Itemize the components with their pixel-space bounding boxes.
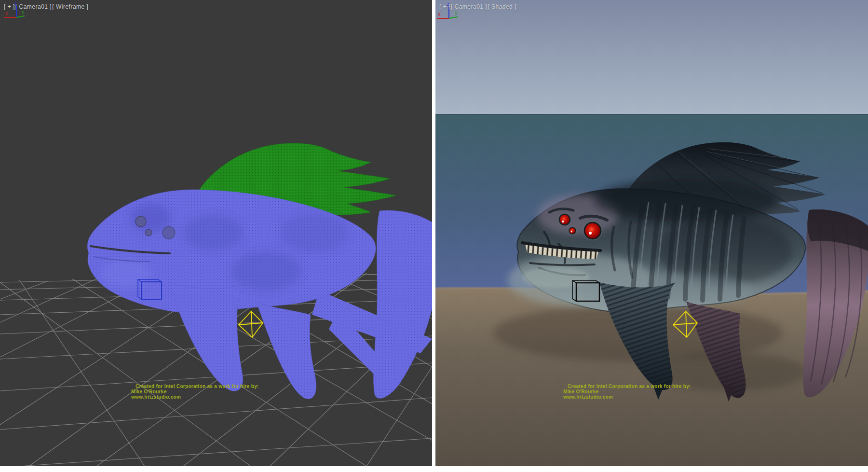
helper-point-octahedron[interactable] <box>239 311 263 337</box>
viewport-shading-button[interactable]: [ Wireframe ] <box>52 3 88 10</box>
watermark-line3: www.fritzstudio.com <box>131 394 259 400</box>
pelvic-fin-wireframe[interactable] <box>257 303 316 399</box>
bottom-border <box>0 466 868 472</box>
watermark-line1: Created for Intel Corporation as a work … <box>136 384 259 389</box>
axis-triad-left: z x y <box>1 0 35 24</box>
axis-x-label: x <box>5 10 8 16</box>
eye-small <box>570 228 575 234</box>
axis-z-label: z <box>14 0 17 6</box>
watermark-line1: Created for Intel Corporation as a work … <box>568 384 691 389</box>
viewport-shaded[interactable]: [ + ][ Camera01 ][ Shaded ] Created for … <box>435 0 868 466</box>
axis-triad-right: z x y <box>435 0 469 24</box>
watermark-line2: Mike O'Rourke <box>131 389 259 394</box>
axis-y-label: y <box>455 10 458 15</box>
viewport-wireframe[interactable]: [ + ][ Camera01 ][ Wireframe ] Created f… <box>0 0 432 466</box>
eye-upper <box>560 215 570 224</box>
eye-large <box>585 223 600 238</box>
watermark-line3: www.fritzstudio.com <box>563 394 691 400</box>
watermark-left: Created for Intel Corporation as a work … <box>131 384 259 400</box>
watermark-line2: Mike O'Rourke <box>563 389 691 394</box>
dual-viewport-app: { "viewport_left": { "menu_label": "[ + … <box>0 0 868 472</box>
sky <box>435 0 868 114</box>
viewport-divider[interactable] <box>432 0 435 466</box>
axis-z-label: z <box>447 1 450 7</box>
watermark-right: Created for Intel Corporation as a work … <box>563 384 691 400</box>
viewport-shading-button[interactable]: [ Shaded ] <box>488 3 516 10</box>
axis-x-label: x <box>438 11 441 17</box>
fish-model-wireframe[interactable] <box>87 143 432 399</box>
axis-y-label: y <box>22 9 25 14</box>
pectoral-fin-wireframe[interactable] <box>170 283 246 391</box>
